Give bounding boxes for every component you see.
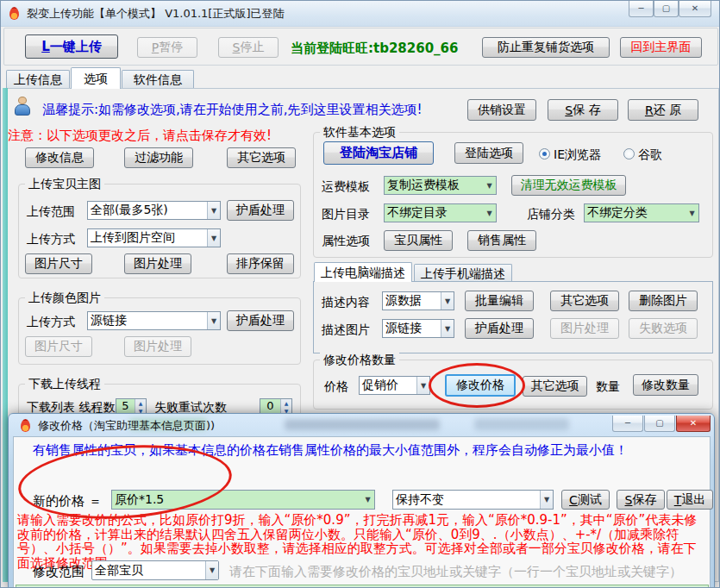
modify-info-button[interactable]: 修改信息 [25,147,94,168]
dropdown-arrow-icon[interactable]: ▼ [441,320,454,337]
radio-ie-browser[interactable] [539,148,550,160]
dialog-minimize-button[interactable]: ─ [612,416,643,432]
dropdown-arrow-icon[interactable]: ▼ [416,377,429,394]
radio-google[interactable] [623,148,635,160]
app-window: 裂变上传功能【单个模式】 V1.01.1[正式版]已登陆 ─ ▢ ✕ L一键上传… [0,0,720,588]
upload-method-select[interactable]: 上传到图片空间 ▼ [87,228,221,247]
item-attr-label: 宝贝属性 [394,233,442,248]
color-shield-button[interactable]: 护盾处理 [227,310,294,331]
tip-person-icon [13,97,32,117]
login-shop-button[interactable]: 登陆淘宝店铺 [323,141,434,165]
desc-shield-button[interactable]: 护盾处理 [465,318,534,339]
maximize-button[interactable]: ▢ [654,1,679,17]
test-hotkey: C [569,493,578,507]
spinner-up-icon[interactable]: ▲ [285,400,289,406]
minimize-icon: ─ [625,418,630,428]
modify-info-label: 修改信息 [35,150,84,166]
filter-func-label: 过滤功能 [135,150,183,166]
tab-pc-description[interactable]: 上传电脑端描述 [314,262,412,282]
dialog-close-button[interactable]: ✕ [676,416,711,432]
dropdown-arrow-icon[interactable]: ▼ [207,312,220,329]
price-type-select[interactable]: 促销价 ▼ [359,376,430,395]
desc-image-label: 描述图片 [322,322,370,338]
desc-shield-label: 护盾处理 [475,321,523,336]
glass-blur-artifact [474,418,569,430]
close-icon: ✕ [690,418,697,428]
dropdown-arrow-icon[interactable]: ▼ [207,229,220,247]
radio-ie-label: IE浏览器 [554,147,601,163]
login-options-button[interactable]: 登陆选项 [454,142,523,164]
image-dir-label: 图片目录 [322,207,370,222]
dropdown-arrow-icon[interactable]: ▼ [483,177,496,194]
tab-options[interactable]: 选项 [71,67,121,89]
rounding-value: 保持不变 [393,491,540,509]
sale-attr-label: 销售属性 [478,233,526,248]
notice-text: 注意：以下选项更改之后，请点击保存才有效! [8,128,272,144]
login-status-text: 当前登陆旺旺:tb28260_66 [291,41,458,57]
minimize-button[interactable]: ─ [629,1,654,17]
rounding-select[interactable]: 保持不变 ▼ [392,490,554,510]
save-label: 保 存 [573,103,600,118]
save-button[interactable]: S保 存 [548,99,618,121]
desc-image-select[interactable]: 源链接 ▼ [382,319,454,338]
dropdown-arrow-icon[interactable]: ▼ [483,204,496,222]
delete-image-button[interactable]: 删除图片 [629,291,698,311]
color-method-select[interactable]: 源链接 ▼ [87,311,221,330]
tab-options-label: 选项 [84,72,108,85]
tab-mobile-description[interactable]: 上传手机端描述 [414,264,512,282]
tab-software-info[interactable]: 软件信息 [122,70,194,88]
tip-text: 温馨提示:如需修改选项,请在开始使用之前,先到这里设置相关选项! [42,102,423,118]
maximize-icon: ▢ [655,418,663,428]
upload-range-select[interactable]: 全部(最多5张) ▼ [87,201,221,220]
spinner-up-icon[interactable]: ▲ [139,400,143,406]
main-shield-button[interactable]: 护盾处理 [227,200,294,221]
desc-content-label: 描述内容 [322,295,370,310]
batch-edit-button[interactable]: 批量编辑 [465,291,534,311]
dropdown-arrow-icon[interactable]: ▼ [361,491,374,509]
image-size-button[interactable]: 图片尺寸 [25,253,92,274]
supply-settings-button[interactable]: 供销设置 [467,99,536,121]
dropdown-arrow-icon[interactable]: ▼ [205,561,218,579]
tab-upload-info-label: 上传信息 [14,72,62,86]
test-button[interactable]: C测试 [561,490,610,510]
dropdown-arrow-icon[interactable]: ▼ [207,202,220,219]
login-shop-label: 登陆淘宝店铺 [340,145,417,161]
desc-other-options-button[interactable]: 其它选项 [550,291,619,311]
attr-options-label: 属性选项 [322,234,370,249]
close-button[interactable]: ✕ [679,1,711,17]
dialog-save-button[interactable]: S保存 [617,490,665,510]
freight-select[interactable]: 复制运费模板 ▼ [384,176,497,195]
item-attr-button[interactable]: 宝贝属性 [384,230,453,251]
shop-cat-select[interactable]: 不绑定分类 ▼ [584,203,699,222]
filter-func-button[interactable]: 过滤功能 [124,147,193,168]
dropdown-arrow-icon[interactable]: ▼ [540,491,553,509]
price-type-value: 促销价 [360,377,416,394]
back-to-main-button[interactable]: 回到主界面 [620,37,702,58]
other-options-button[interactable]: 其它选项 [227,147,296,168]
prevent-duplicate-button[interactable]: 防止重复铺货选项 [482,37,610,58]
image-process-button[interactable]: 图片处理 [124,253,191,274]
image-dir-select[interactable]: 不绑定目录 ▼ [384,203,497,222]
modify-qty-button[interactable]: 修改数量 [633,374,698,396]
tab-upload-info[interactable]: 上传信息 [6,70,70,88]
thread-group-title: 下载上传线程 [25,377,104,392]
sort-keep-label: 排序保留 [236,256,285,272]
qty-label: 数量 [596,379,620,395]
modify-range-select[interactable]: 全部宝贝 ▼ [91,560,219,580]
restore-button[interactable]: R还 原 [628,99,698,121]
sort-keep-button[interactable]: 排序保留 [227,253,294,274]
dropdown-arrow-icon[interactable]: ▼ [686,204,698,222]
dropdown-arrow-icon[interactable]: ▼ [441,292,454,310]
dialog-maximize-button[interactable]: ▢ [644,416,675,432]
stop-button: S停止 [218,37,279,58]
desc-content-select[interactable]: 源数据 ▼ [382,291,454,310]
clean-freight-button[interactable]: 清理无效运费模板 [511,175,626,196]
maximize-icon: ▢ [662,3,670,13]
price-other-options-button[interactable]: 其它选项 [523,376,587,397]
exit-button[interactable]: T退出 [667,490,713,510]
desc-fail-options-label: 失败选项 [639,321,687,336]
one-key-upload-button[interactable]: L一键上传 [25,34,118,59]
keywords-textarea[interactable] [16,585,709,588]
sale-attr-button[interactable]: 销售属性 [467,230,536,251]
upload-method-value: 上传到图片空间 [88,229,207,247]
